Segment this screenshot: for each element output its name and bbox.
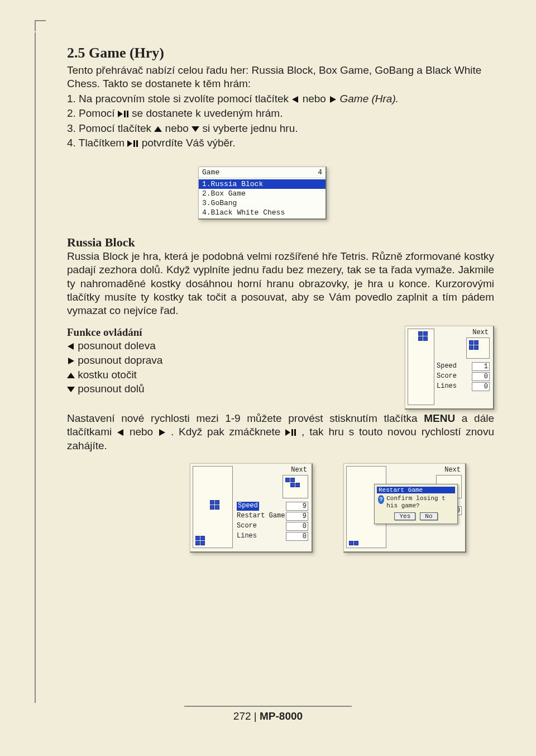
svg-marker-1 <box>330 96 336 103</box>
lines-value: 0 <box>286 532 308 541</box>
triangle-up-icon <box>154 122 162 136</box>
lines-value: 0 <box>472 382 490 391</box>
play-pause-icon <box>285 426 296 439</box>
step-2-a: 2. Pomocí <box>67 107 118 119</box>
playfield <box>193 466 233 548</box>
score-label: Score <box>237 522 257 531</box>
triangle-right-icon <box>67 354 75 368</box>
menu-restart[interactable]: Restart Game <box>237 512 285 521</box>
triangle-left-icon <box>67 340 75 354</box>
ctrl-left: posunout doleva <box>78 340 155 351</box>
triangle-right-icon <box>158 426 166 439</box>
page-corner-rule <box>35 20 46 31</box>
score-value: 0 <box>472 372 490 381</box>
next-label: Next <box>437 329 490 336</box>
yes-button[interactable]: Yes <box>394 512 415 520</box>
game-menu-item-1[interactable]: 1.Russia Block <box>199 179 326 189</box>
game-menu-item-4[interactable]: 4.Black White Chess <box>199 208 326 217</box>
question-icon: ? <box>378 495 384 504</box>
svg-marker-13 <box>67 387 75 392</box>
ctrl-down: posunout dolů <box>78 383 144 394</box>
speed-value: 1 <box>472 362 490 371</box>
svg-marker-11 <box>68 358 74 364</box>
tail-d: . Když pak zmáčknete <box>171 426 285 438</box>
triangle-up-icon <box>67 369 75 383</box>
page-left-rule <box>35 32 36 703</box>
svg-marker-5 <box>154 126 162 132</box>
svg-marker-0 <box>292 96 298 103</box>
page-footer: 272 | MP-8000 <box>0 706 536 722</box>
svg-marker-7 <box>127 140 132 147</box>
svg-rect-3 <box>124 111 126 117</box>
svg-marker-6 <box>192 126 199 132</box>
score-label: Score <box>437 372 457 381</box>
next-label: Next <box>237 466 308 474</box>
step-1-c: Game (Hra). <box>339 93 399 104</box>
dialog-title: Restart Game <box>377 487 455 493</box>
menu-speed-val: 9 <box>286 502 308 511</box>
step-1-a: 1. Na pracovním stole si zvolíte pomocí … <box>67 93 291 104</box>
svg-rect-9 <box>136 140 138 147</box>
play-pause-icon <box>127 136 138 151</box>
game-menu-item-2[interactable]: 2.Box Game <box>199 189 326 198</box>
lines-label: Lines <box>437 382 457 391</box>
ctrl-rotate: kostku otočit <box>78 369 137 381</box>
next-box <box>466 337 490 359</box>
svg-rect-17 <box>291 429 293 436</box>
game-menu-title: Game <box>202 168 219 177</box>
page-number: 272 | <box>233 710 260 722</box>
svg-marker-2 <box>118 111 123 117</box>
tail-a: Nastavení nové rychlosti mezi 1-9 můžete… <box>67 412 424 424</box>
triangle-down-icon <box>192 122 199 136</box>
svg-marker-14 <box>117 429 123 436</box>
russia-title: Russia Block <box>67 235 494 250</box>
svg-rect-8 <box>133 140 135 147</box>
tetris-preview-c: Next Lines0 Restart Game ? Confirm losin… <box>343 463 466 553</box>
next-box <box>283 475 308 498</box>
step-3-a: 3. Pomocí tlačítek <box>67 122 154 134</box>
play-pause-icon <box>118 107 129 121</box>
playfield <box>408 329 434 405</box>
game-menu-item-3[interactable]: 3.GoBang <box>199 198 326 208</box>
menu-restart-val: 9 <box>286 512 308 521</box>
svg-marker-12 <box>67 373 75 378</box>
triangle-left-icon <box>117 426 125 439</box>
step-4-b: potvrdíte Váš výběr. <box>142 137 236 149</box>
svg-rect-18 <box>294 429 296 436</box>
controls-heading: Funkce ovládání <box>67 326 142 338</box>
triangle-left-icon <box>291 92 299 107</box>
ctrl-right: posunout doprava <box>78 354 162 366</box>
section-title: 2.5 Game (Hry) <box>67 45 494 61</box>
menu-speed[interactable]: Speed <box>237 502 259 511</box>
svg-marker-15 <box>159 429 165 436</box>
next-label: Next <box>390 466 462 474</box>
triangle-down-icon <box>67 383 75 397</box>
russia-para: Russia Block je hra, která je podobná ve… <box>67 250 494 318</box>
restart-dialog: Restart Game ? Confirm losing t his game… <box>374 484 458 524</box>
step-4-a: 4. Tlačítkem <box>67 137 127 149</box>
triangle-right-icon <box>329 92 337 107</box>
speed-label: Speed <box>437 362 457 371</box>
svg-marker-16 <box>285 429 290 436</box>
step-1-b: nebo <box>303 93 329 104</box>
step-3-c: si vyberte jednu hru. <box>202 122 298 134</box>
tetris-preview-b: Next Speed9 Restart Game9 Score0 Lines0 <box>190 463 313 553</box>
tetris-preview-a: Next Speed1 Score0 Lines0 <box>405 326 494 410</box>
section-intro: Tento přehrávač nabízí celou řadu her: R… <box>67 64 494 91</box>
game-menu-window: Game 4 1.Russia Block 2.Box Game 3.GoBan… <box>198 167 327 220</box>
game-menu-badge: 4 <box>318 168 322 177</box>
svg-rect-4 <box>127 111 128 117</box>
svg-marker-10 <box>68 343 74 350</box>
dialog-message: Confirm losing t his game? <box>386 495 454 510</box>
score-value: 0 <box>286 522 308 531</box>
tail-c: nebo <box>130 426 158 438</box>
step-3-b: nebo <box>165 122 192 134</box>
steps-list: 1. Na pracovním stole si zvolíte pomocí … <box>67 92 494 151</box>
lines-label: Lines <box>237 532 257 541</box>
tail-menu: MENU <box>424 412 455 424</box>
no-button[interactable]: No <box>420 512 437 520</box>
model-name: MP-8000 <box>260 710 303 722</box>
step-2-b: se dostanete k uvedeným hrám. <box>132 107 283 119</box>
